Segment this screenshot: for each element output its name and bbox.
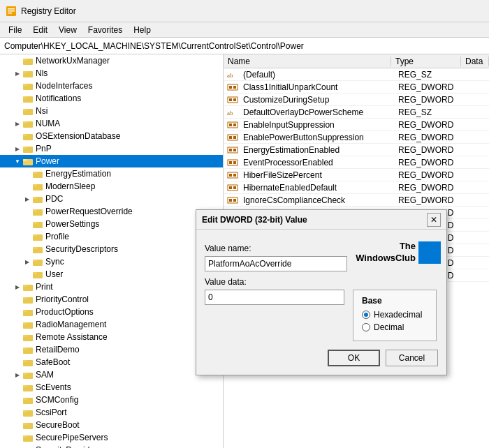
table-row[interactable]: ab (Default) REG_SZ xyxy=(224,68,489,81)
expand-icon xyxy=(13,106,22,116)
expand-icon xyxy=(13,433,22,442)
tree-item-nodeinterfaces[interactable]: NodeInterfaces xyxy=(0,80,223,92)
cancel-button[interactable]: Cancel xyxy=(386,350,438,366)
value-name: Class1InitialUnparkCount xyxy=(239,82,394,92)
tree-label: PriorityControl xyxy=(36,294,89,304)
expand-icon xyxy=(13,420,22,430)
svg-rect-23 xyxy=(33,172,37,174)
folder-icon xyxy=(22,382,34,392)
tree-label: Notifications xyxy=(36,94,81,103)
tree-item-priocontrol[interactable]: PriorityControl xyxy=(0,293,223,306)
modal-close-button[interactable]: ✕ xyxy=(427,213,441,227)
edit-dword-dialog: Edit DWORD (32-bit) Value ✕ Value name: … xyxy=(196,209,447,375)
tree-label: PDC xyxy=(45,194,63,204)
value-type: REG_DWORD xyxy=(394,158,464,167)
folder-icon xyxy=(22,332,34,342)
tree-item-modernsleep[interactable]: ModernSleep xyxy=(0,180,223,193)
table-row[interactable]: EnergyEstimationEnabled REG_DWORD xyxy=(224,144,489,156)
value-name-input[interactable] xyxy=(205,256,347,271)
folder-icon xyxy=(22,94,34,103)
menu-file[interactable]: File xyxy=(3,24,27,36)
tree-item-pnp[interactable]: ▶ PnP xyxy=(0,142,223,155)
svg-text:ab: ab xyxy=(227,72,233,79)
radio-decimal[interactable]: Decimal xyxy=(362,322,428,332)
tree-label: SCMConfig xyxy=(36,395,78,405)
tree-item-safeboot[interactable]: SafeBoot xyxy=(0,356,223,368)
title-bar: Registry Editor xyxy=(0,0,489,22)
svg-rect-73 xyxy=(229,86,232,89)
tree-item-osextdb[interactable]: OSExtensionDatabase xyxy=(0,130,223,142)
expand-icon xyxy=(13,395,22,405)
header-name: Name xyxy=(224,57,391,66)
svg-rect-3 xyxy=(8,13,12,14)
table-row[interactable]: CustomizeDuringSetup REG_DWORD xyxy=(224,94,489,106)
value-name: CustomizeDuringSetup xyxy=(239,95,394,105)
value-name: (Default) xyxy=(239,70,394,80)
tree-item-scevents[interactable]: ScEvents xyxy=(0,381,223,394)
tree-item-networkux[interactable]: NetworkUxManager xyxy=(0,54,223,67)
expand-icon: ▶ xyxy=(13,282,22,292)
tree-item-pdc[interactable]: ▶ PDC xyxy=(0,193,223,205)
tree-item-radiomgmt[interactable]: RadioManagement xyxy=(0,318,223,331)
tree-item-productopts[interactable]: ProductOptions xyxy=(0,306,223,318)
svg-rect-17 xyxy=(23,134,27,136)
table-row[interactable]: HibernateEnabledDefault REG_DWORD xyxy=(224,181,489,194)
tree-label: SecurePipeServers xyxy=(36,433,108,442)
tree-label: RadioManagement xyxy=(36,320,106,329)
svg-rect-51 xyxy=(23,348,27,350)
value-type-icon xyxy=(226,170,239,181)
tree-item-scmconfig[interactable]: SCMConfig xyxy=(0,394,223,406)
tree-item-secprov[interactable]: SecurityProviders xyxy=(0,444,223,448)
menu-edit[interactable]: Edit xyxy=(27,24,53,36)
tree-item-scsiport[interactable]: ScsiPort xyxy=(0,406,223,419)
tree-item-retaildemo[interactable]: RetailDemo xyxy=(0,343,223,356)
folder-icon xyxy=(22,106,34,116)
value-name-label: Value name: xyxy=(205,244,347,253)
address-bar: Computer\HKEY_LOCAL_MACHINE\SYSTEM\Curre… xyxy=(0,38,489,54)
radio-hexadecimal[interactable]: Hexadecimal xyxy=(362,310,428,320)
expand-icon xyxy=(22,169,32,179)
tree-item-secureboot[interactable]: SecureBoot xyxy=(0,419,223,431)
tree-item-secdesc[interactable]: SecurityDescriptors xyxy=(0,243,223,255)
tree-item-sync[interactable]: ▶ Sync xyxy=(0,255,223,268)
tree-item-numa[interactable]: ▶ NUMA xyxy=(0,117,223,130)
folder-icon xyxy=(32,194,43,204)
value-data-input[interactable] xyxy=(205,290,344,305)
table-row[interactable]: EnablePowerButtonSuppression REG_DWORD xyxy=(224,131,489,144)
expand-icon xyxy=(22,232,32,241)
tree-item-print[interactable]: ▶ Print xyxy=(0,281,223,293)
tree-item-nsi[interactable]: Nsi xyxy=(0,105,223,117)
table-row[interactable]: ab DefaultOverlayDcPowerScheme REG_SZ xyxy=(224,106,489,119)
menu-bar: File Edit View Favorites Help xyxy=(0,22,489,38)
menu-favorites[interactable]: Favorites xyxy=(82,24,128,36)
tree-item-remoteassist[interactable]: Remote Assistance xyxy=(0,331,223,343)
table-row[interactable]: IgnoreCsComplianceCheck REG_DWORD xyxy=(224,194,489,207)
tree-item-powersettings[interactable]: PowerSettings xyxy=(0,218,223,230)
expand-icon: ▶ xyxy=(13,370,22,380)
menu-view[interactable]: View xyxy=(53,24,82,36)
folder-icon xyxy=(22,345,34,354)
table-row[interactable]: EnableInputSuppression REG_DWORD xyxy=(224,119,489,131)
folder-icon xyxy=(22,294,34,304)
menu-help[interactable]: Help xyxy=(128,24,156,36)
tree-item-sam[interactable]: ▶ SAM xyxy=(0,368,223,381)
table-row[interactable]: EventProcessorEnabled REG_DWORD xyxy=(224,156,489,169)
tree-label: PnP xyxy=(36,144,52,154)
tree-item-energyest[interactable]: EnergyEstimation xyxy=(0,167,223,180)
tree-item-securepipes[interactable]: SecurePipeServers xyxy=(0,431,223,444)
tree-item-powerreqov[interactable]: PowerRequestOverride xyxy=(0,205,223,218)
tree-item-user[interactable]: User xyxy=(0,268,223,281)
table-row[interactable]: Class1InitialUnparkCount REG_DWORD xyxy=(224,81,489,94)
tree-item-notifications[interactable]: Notifications xyxy=(0,92,223,105)
tree-item-profile[interactable]: Profile xyxy=(0,230,223,243)
expand-icon xyxy=(22,207,32,216)
tree-item-power[interactable]: ▼ Power xyxy=(0,155,223,167)
svg-rect-25 xyxy=(33,184,37,186)
ok-button[interactable]: OK xyxy=(328,350,380,366)
table-row[interactable]: HiberFileSizePercent REG_DWORD xyxy=(224,169,489,181)
svg-rect-43 xyxy=(23,297,27,299)
tree-item-nls[interactable]: ▶ Nls xyxy=(0,67,223,80)
expand-icon xyxy=(13,320,22,329)
modal-titlebar: Edit DWORD (32-bit) Value ✕ xyxy=(196,210,446,230)
svg-rect-19 xyxy=(23,147,27,149)
